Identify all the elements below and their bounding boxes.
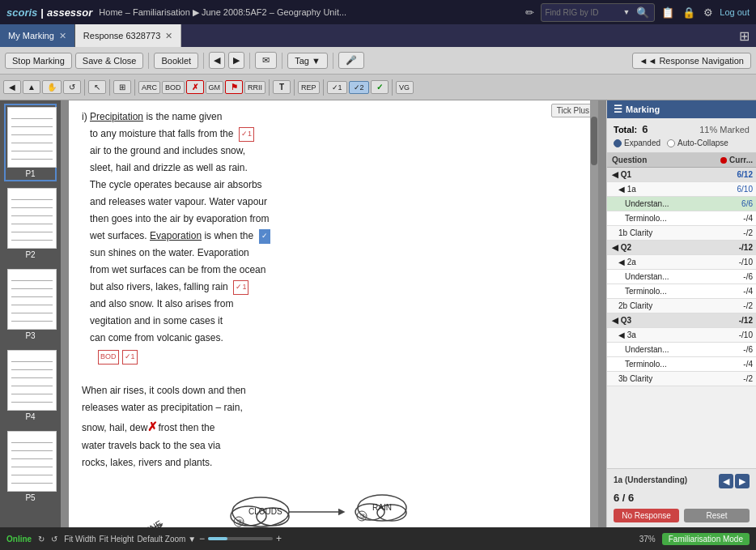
- score-prev-btn[interactable]: ◀: [719, 474, 733, 488]
- q3-row[interactable]: ◀ Q3 -/12: [607, 313, 756, 328]
- annot-vg-tool[interactable]: VG: [396, 81, 414, 94]
- score-next-btn[interactable]: ▶: [735, 474, 750, 488]
- stop-marking-button[interactable]: Stop Marking: [5, 53, 72, 69]
- page-thumb-4[interactable]: P4: [4, 347, 57, 424]
- nav-next-btn[interactable]: ▶: [228, 52, 244, 69]
- scoring-value: 6 / 6: [614, 492, 750, 504]
- fit-height-btn[interactable]: Fit Height: [100, 535, 134, 544]
- find-rig-input[interactable]: [545, 8, 618, 17]
- thumb-label-4: P4: [7, 412, 53, 421]
- annot-flag-tool[interactable]: ⚑: [225, 80, 243, 94]
- close-my-marking[interactable]: ✕: [59, 31, 66, 41]
- marking-panel-header: ☰ Marking: [607, 100, 756, 118]
- mic-btn[interactable]: 🎤: [338, 52, 364, 69]
- bod-annotation: BOD: [98, 350, 119, 365]
- annot-pointer-tool[interactable]: ↖: [88, 80, 106, 94]
- understanding-row[interactable]: Understan... 6/6: [607, 197, 756, 211]
- annot-grid-tool[interactable]: ⊞: [113, 80, 131, 94]
- default-zoom-btn[interactable]: Default Zoom ▼: [137, 535, 196, 544]
- thumb-img-2: [7, 188, 57, 249]
- marking-summary: Total: 6 11% Marked Expanded Auto-Collap…: [607, 118, 756, 153]
- expanded-option[interactable]: Expanded: [614, 139, 660, 147]
- reset-button[interactable]: Reset: [684, 509, 750, 522]
- annot-check1-tool[interactable]: ✓1: [327, 81, 347, 94]
- status-refresh-icon[interactable]: ↺: [51, 535, 57, 544]
- annot-cross-tool[interactable]: ✗: [186, 80, 204, 94]
- annot-check2-tool[interactable]: ✓2: [349, 81, 369, 94]
- grid-view-btn[interactable]: ⊞: [739, 28, 750, 44]
- page-thumb-1[interactable]: P1: [4, 104, 57, 181]
- no-response-button[interactable]: No Response: [614, 509, 679, 522]
- tab-my-marking[interactable]: My Marking ✕: [0, 24, 75, 47]
- tab-response[interactable]: Response 6328773 ✕: [75, 24, 181, 47]
- q2-row[interactable]: ◀ Q2 -/12: [607, 241, 756, 255]
- save-close-button[interactable]: Save & Close: [75, 53, 144, 69]
- copy-icon-btn[interactable]: 📋: [660, 5, 676, 20]
- main-layout: P1 P2 P3 P4 P5 Tick Plus i) Precipitatio…: [0, 100, 756, 527]
- q3b-clarity-row[interactable]: 3b Clarity -/2: [607, 372, 756, 386]
- status-right: 37% Familiarisation Mode: [639, 533, 750, 545]
- annot-rri-tool[interactable]: RRII: [244, 81, 265, 94]
- annot-rotate-tool[interactable]: ↺: [63, 80, 81, 94]
- annot-bod-tool[interactable]: BOD: [162, 81, 185, 94]
- understanding-row-3a[interactable]: Understan... -/6: [607, 343, 756, 357]
- fit-width-btn[interactable]: Fit Width: [64, 535, 96, 544]
- annot-text-tool[interactable]: T: [273, 80, 291, 94]
- close-response[interactable]: ✕: [165, 31, 172, 41]
- lock-icon-btn[interactable]: 🔒: [681, 5, 697, 20]
- terminology-row-3a[interactable]: Terminolo... -/4: [607, 357, 756, 372]
- document-page[interactable]: Tick Plus i) Precipitation is the name g…: [69, 100, 598, 527]
- nav-prev-btn[interactable]: ◀: [209, 52, 225, 69]
- page-thumb-5[interactable]: P5: [4, 428, 57, 505]
- doc-scrollbar[interactable]: [590, 100, 598, 527]
- response-nav-button[interactable]: ◄◄ Response Navigation: [632, 53, 751, 69]
- understanding-row-2a[interactable]: Understan... -/6: [607, 270, 756, 284]
- zoom-in-btn[interactable]: +: [276, 533, 282, 544]
- find-rig-dropdown[interactable]: ▼: [621, 6, 631, 18]
- annot-gm-tool[interactable]: GM: [206, 81, 224, 94]
- zoom-bar[interactable]: [208, 537, 273, 540]
- annot-arc-tool[interactable]: ARC: [138, 81, 160, 94]
- q3a-row[interactable]: ◀ 3a -/10: [607, 328, 756, 343]
- annot-sep-4: [269, 79, 270, 96]
- zoom-out-btn[interactable]: −: [199, 533, 205, 544]
- q2b-clarity-row[interactable]: 2b Clarity -/2: [607, 299, 756, 313]
- tag-button[interactable]: Tag ▼: [287, 53, 328, 69]
- doc-scroll-thumb[interactable]: [591, 117, 597, 165]
- terminology-row-2a[interactable]: Terminolo... -/4: [607, 284, 756, 299]
- annot-select-tool[interactable]: ▲: [23, 80, 40, 94]
- tick-1-annotation: ✓1: [239, 127, 254, 142]
- auto-collapse-radio: [667, 139, 675, 147]
- expanded-radio: [614, 139, 622, 147]
- q2a-row[interactable]: ◀ 2a -/10: [607, 255, 756, 270]
- marking-panel: ☰ Marking Total: 6 11% Marked Expanded A…: [606, 100, 756, 527]
- status-sync-icon[interactable]: ↻: [38, 535, 45, 544]
- online-status: Online: [6, 535, 32, 544]
- page-thumb-3[interactable]: P3: [4, 266, 57, 343]
- booklet-button[interactable]: Booklet: [154, 53, 198, 69]
- q1b-clarity-row[interactable]: 1b Clarity -/2: [607, 226, 756, 241]
- zoom-pct: 37%: [639, 535, 656, 544]
- annot-nav-left[interactable]: ◀: [3, 80, 21, 94]
- toolbar-right: ◄◄ Response Navigation: [632, 53, 751, 69]
- terminology-row-1a[interactable]: Terminolo... -/4: [607, 211, 756, 226]
- logout-button[interactable]: Log out: [720, 7, 750, 17]
- q1-row[interactable]: ◀ Q1 6/12: [607, 168, 756, 182]
- edit-icon-btn[interactable]: ✏: [524, 5, 536, 20]
- q1a-row[interactable]: ◀ 1a 6/10: [607, 182, 756, 197]
- annot-rep-tool[interactable]: REP: [298, 81, 320, 94]
- settings-icon-btn[interactable]: ⚙: [702, 5, 715, 20]
- auto-collapse-option[interactable]: Auto-Collapse: [667, 139, 728, 147]
- total-label: Total: 6: [614, 123, 648, 135]
- annot-sep-7: [392, 79, 393, 96]
- thumb-label-2: P2: [7, 250, 53, 259]
- find-rig-search[interactable]: 🔍: [635, 5, 651, 20]
- email-btn[interactable]: ✉: [255, 52, 277, 69]
- header-controls: ✏ ▼ 🔍 📋 🔒 ⚙ Log out: [524, 3, 750, 22]
- thumb-label-5: P5: [7, 493, 53, 502]
- page-thumb-2[interactable]: P2: [4, 185, 57, 262]
- annot-checkmark-tool[interactable]: ✓: [371, 80, 389, 94]
- annot-pan-tool[interactable]: ✋: [42, 80, 62, 94]
- scoring-area: 1a (Understanding) ◀ ▶ 6 / 6 No Response…: [607, 468, 756, 527]
- current-dot: [720, 157, 727, 164]
